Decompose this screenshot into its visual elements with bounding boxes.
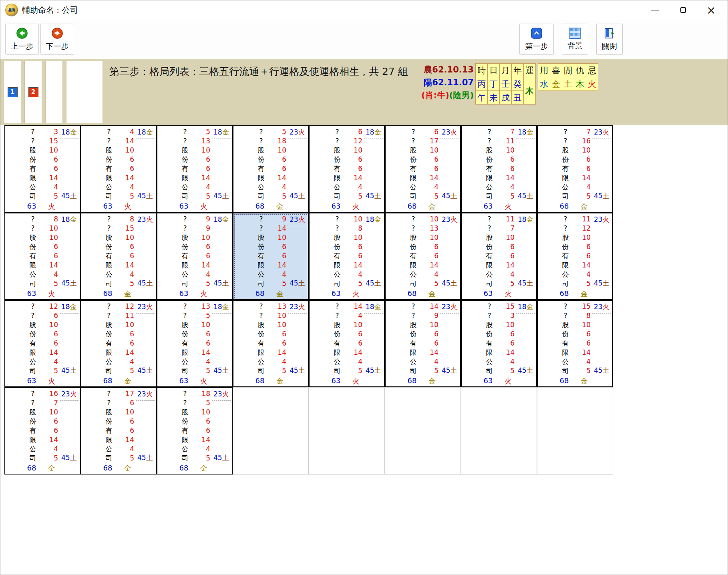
name-char: 份: [561, 330, 570, 339]
maximize-button[interactable]: [669, 0, 697, 20]
total-element: 金: [427, 202, 437, 211]
result-cell[interactable]: ??股份有限公司1851066144523火45土68金: [157, 387, 233, 474]
pillar-header-day: 日: [488, 64, 500, 77]
mid-grid-value: 45土: [290, 279, 305, 288]
company-name-column: ??股份有限公司: [561, 127, 570, 201]
use-header-ji: 忌: [586, 64, 598, 77]
name-char: ?: [485, 311, 494, 320]
luck-element: 木: [524, 77, 536, 105]
result-cell[interactable]: ??股份有限公司9141066144523火45土68金: [233, 213, 309, 300]
first-step-button[interactable]: 第一步: [519, 24, 554, 55]
name-char: 份: [28, 417, 37, 426]
result-cell[interactable]: ??股份有限公司7111066144518金45土63火: [461, 125, 537, 213]
marker-1-icon[interactable]: 1: [8, 87, 18, 97]
result-cell[interactable]: ??股份有限公司1581066144523火45土68金: [537, 300, 613, 387]
result-cell[interactable]: ??股份有限公司8151066144523火45土68金: [80, 213, 157, 300]
name-char: 司: [485, 366, 494, 376]
close-app-button[interactable]: 關閉: [596, 24, 623, 55]
stroke-count: 6: [420, 242, 438, 251]
stroke-count: 10: [40, 233, 58, 242]
result-cell[interactable]: ??股份有限公司6121066144518金45土63火: [309, 125, 385, 213]
name-char: 公: [333, 270, 342, 279]
result-cell[interactable]: ??股份有限公司8101066144518金45土63火: [4, 213, 80, 300]
result-cell[interactable]: ??股份有限公司13101066144523火45土68金: [233, 300, 309, 387]
result-cell[interactable]: ??股份有限公司1261066144518金45土63火: [4, 300, 80, 387]
stroke-count: 6: [344, 155, 362, 164]
top-grid-element: 火: [146, 390, 153, 398]
result-cell[interactable]: ??股份有限公司4141066144518金45土63火: [80, 125, 157, 213]
result-cell[interactable]: ??股份有限公司1171066144518金45土63火: [461, 213, 537, 300]
result-cell[interactable]: ??股份有限公司5131066144518金45土63火: [157, 125, 233, 213]
top-grid-value: 18金: [213, 302, 229, 312]
result-cell[interactable]: ??股份有限公司1761066144523火45土68金: [80, 387, 157, 474]
stroke-count: 14: [420, 348, 438, 357]
next-step-button[interactable]: 下一步: [40, 24, 74, 55]
result-cell[interactable]: ??股份有限公司3151066144518金45土63火: [4, 125, 80, 213]
total-number: 63: [175, 202, 193, 210]
total-row: 68金: [5, 464, 80, 472]
stroke-count: 6: [496, 339, 515, 348]
result-cell[interactable]: ??股份有限公司1531066144518金45土63火: [461, 300, 537, 387]
stroke-count: 14: [192, 435, 210, 444]
total-row: 68金: [233, 376, 308, 385]
top-grid-number: 18: [213, 303, 222, 311]
result-cell[interactable]: ??股份有限公司1671066144523火45土68金: [4, 387, 80, 474]
stroke-count-column: 101310661445: [420, 215, 438, 288]
name-char: 份: [409, 330, 418, 339]
name-char: 份: [105, 417, 113, 426]
name-char: 公: [561, 357, 570, 366]
stroke-count: 4: [192, 444, 210, 454]
stroke-count: 4: [420, 270, 438, 279]
minimize-button[interactable]: —: [641, 0, 669, 20]
stroke-count: 6: [344, 330, 362, 339]
stroke-count: 5: [496, 192, 515, 201]
mid-grid-element: 土: [527, 279, 533, 287]
top-grid-element: 火: [298, 303, 305, 311]
prev-step-button[interactable]: 上一步: [5, 24, 39, 55]
lunar-date: 農62.10.13: [395, 63, 474, 76]
close-app-icon: [603, 27, 615, 39]
empty-cell: [233, 387, 309, 474]
top-grid-value: 18金: [137, 128, 153, 137]
stroke-count: 14: [40, 348, 58, 357]
name-char: ?: [105, 215, 113, 224]
result-cell[interactable]: ??股份有限公司5181066144523火45土68金: [233, 125, 309, 213]
background-button[interactable]: 背景: [562, 24, 588, 55]
name-char: 份: [105, 155, 113, 164]
result-cell[interactable]: ??股份有限公司7161066144523火45土68金: [537, 125, 613, 213]
stroke-count: 10: [268, 311, 286, 320]
top-grid-element: 金: [70, 128, 77, 136]
total-number: 63: [175, 289, 193, 298]
total-row: 68金: [386, 202, 460, 211]
result-cell[interactable]: ??股份有限公司1351066144518金45土63火: [157, 300, 233, 387]
dashed-divider: [440, 313, 459, 314]
result-cell[interactable]: ??股份有限公司12111066144523火45土68金: [80, 300, 157, 387]
close-button[interactable]: ×: [697, 0, 725, 20]
stroke-count: 16: [572, 137, 591, 146]
stroke-count: 5: [116, 454, 134, 463]
total-element: 火: [123, 202, 133, 211]
result-cell[interactable]: ??股份有限公司1081066144518金45土63火: [309, 213, 385, 300]
result-cell[interactable]: ??股份有限公司1491066144523火45土68金: [385, 300, 461, 387]
name-char: 股: [333, 233, 342, 242]
result-cell[interactable]: ??股份有限公司6171066144523火45土68金: [385, 125, 461, 213]
marker-2-icon[interactable]: 2: [28, 87, 38, 97]
mid-grid-number: 45: [442, 366, 450, 374]
stroke-count-column: 81010661445: [40, 215, 58, 288]
name-char: 有: [561, 339, 570, 348]
stroke-count: 5: [420, 192, 438, 201]
name-char: ?: [105, 389, 113, 398]
result-cell[interactable]: ??股份有限公司10131066144523火45土68金: [385, 213, 461, 300]
result-cell[interactable]: ??股份有限公司991066144518金45土63火: [157, 213, 233, 300]
name-char: 份: [409, 155, 418, 164]
name-char: 有: [257, 164, 265, 173]
stroke-count: 14: [344, 173, 362, 183]
total-element: 火: [351, 376, 361, 386]
result-cell[interactable]: ??股份有限公司11121066144523火45土68金: [537, 213, 613, 300]
stroke-count: 4: [116, 270, 134, 279]
result-cell[interactable]: ??股份有限公司1441066144518金45土63火: [309, 300, 385, 387]
total-row: 68金: [386, 376, 460, 385]
dashed-divider: [60, 400, 78, 401]
stroke-count: 6: [116, 155, 134, 164]
total-element: 火: [47, 202, 56, 211]
